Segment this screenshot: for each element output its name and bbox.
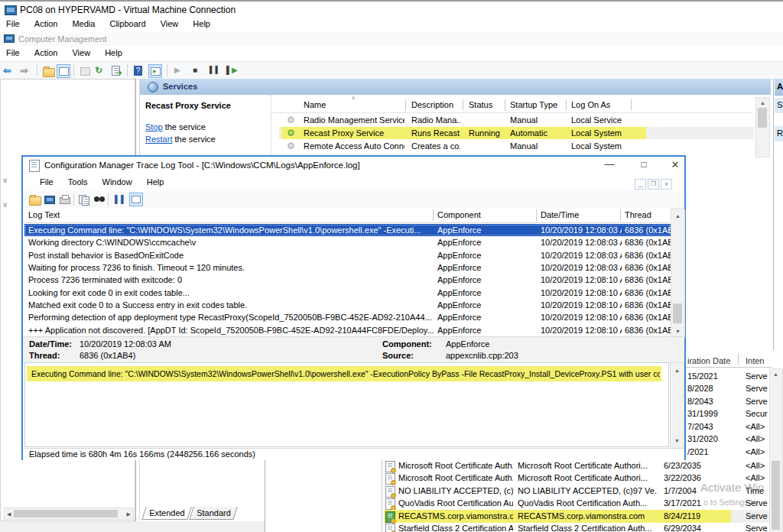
log-row[interactable]: Post install behavior is BasedOnExitCode… bbox=[24, 249, 671, 261]
log-row-selected[interactable]: Executing Command line: "C:\WINDOWS\Syst… bbox=[24, 224, 671, 236]
trace-menu-file[interactable]: File bbox=[34, 175, 60, 189]
vm-menu-file[interactable]: File bbox=[0, 17, 26, 31]
mdi-minimize-button[interactable]: _ bbox=[635, 179, 646, 190]
detail-src-label: Source: bbox=[382, 351, 414, 360]
cert-partial-exp-6: /2021 bbox=[687, 447, 730, 456]
properties-button[interactable] bbox=[78, 64, 92, 78]
log-row[interactable]: Working directory C:\WINDOWS\ccmcache\vA… bbox=[24, 236, 671, 248]
detail-scrollbar[interactable]: ▲ ▼ bbox=[670, 362, 684, 449]
find-button[interactable] bbox=[93, 193, 106, 206]
help-button[interactable]: ? bbox=[132, 64, 145, 78]
copy-button[interactable] bbox=[77, 193, 91, 206]
cert-scrollbar[interactable]: ▲ bbox=[769, 368, 783, 532]
log-scrollbar[interactable]: ▲ ▼ bbox=[671, 209, 685, 338]
services-icon bbox=[148, 82, 158, 92]
trace-menu-tools[interactable]: Tools bbox=[62, 175, 94, 189]
trace-menu-help[interactable]: Help bbox=[141, 175, 171, 189]
export-list-button[interactable]: ➔ bbox=[110, 64, 124, 78]
log-row[interactable]: Waiting for process 7236 to finish. Time… bbox=[24, 261, 671, 274]
service-row-radio[interactable]: ⚙ Radio Management Service Radio Mana...… bbox=[271, 114, 753, 126]
actions-pane-header: A bbox=[775, 79, 783, 96]
vm-menu-view[interactable]: View bbox=[154, 17, 185, 31]
mdi-restore-button[interactable]: ❐ bbox=[648, 179, 659, 190]
actions-section1-label: S bbox=[777, 100, 782, 109]
maximize-button[interactable]: □ bbox=[632, 159, 655, 170]
start-service-button[interactable]: ▶ bbox=[174, 66, 180, 74]
log-row[interactable]: +++ Application not discovered. [AppDT I… bbox=[24, 324, 671, 336]
restart-service-link[interactable]: Restart bbox=[145, 135, 172, 144]
cert-row-msroot-1[interactable]: Microsoft Root Certificate Auth... Micro… bbox=[384, 460, 770, 472]
cert-partial-exp-1: 8/2028 bbox=[687, 384, 730, 393]
actions-header-label: A bbox=[777, 82, 783, 91]
refresh-icon[interactable]: ↻ bbox=[95, 65, 102, 76]
cm-menu-action[interactable]: Action bbox=[28, 46, 64, 60]
actions-section-recast[interactable]: R bbox=[775, 126, 783, 141]
cert-partial-exp-4: 7/2043 bbox=[687, 422, 730, 431]
show-console-tree-button[interactable] bbox=[57, 64, 70, 78]
trace-window-title: Configuration Manager Trace Log Tool - [… bbox=[44, 161, 572, 170]
vm-menu-media[interactable]: Media bbox=[66, 17, 101, 31]
selected-service-name: Recast Proxy Service bbox=[145, 101, 268, 110]
col-name[interactable]: Name bbox=[304, 100, 326, 109]
cm-menu-help[interactable]: Help bbox=[99, 46, 128, 60]
cert-col-intended[interactable]: Inten bbox=[746, 356, 772, 365]
tab-standard[interactable]: Standard bbox=[189, 507, 238, 520]
pause-service-button[interactable]: ▌▌ bbox=[210, 66, 221, 73]
up-folder-button[interactable] bbox=[41, 64, 55, 78]
trace-menu-window[interactable]: Window bbox=[96, 175, 138, 189]
open-file-button[interactable] bbox=[28, 193, 41, 206]
log-row[interactable]: Performing detection of app deployment t… bbox=[24, 311, 671, 323]
cm-menu-view[interactable]: View bbox=[66, 46, 96, 60]
cert-row-starfield[interactable]: Starfield Class 2 Certification A... Sta… bbox=[384, 523, 770, 532]
close-button[interactable]: ✕ bbox=[667, 159, 684, 170]
print-button[interactable] bbox=[58, 193, 72, 206]
detail-dt-label: Date/Time: bbox=[29, 339, 72, 349]
vm-menu-help[interactable]: Help bbox=[187, 17, 216, 31]
mdi-close-button[interactable]: x bbox=[661, 179, 672, 190]
services-scrollbar[interactable]: ▲ bbox=[755, 97, 770, 157]
cm-window-icon bbox=[4, 34, 15, 43]
services-panel-title: Services bbox=[163, 82, 197, 91]
forward-button[interactable]: ⇒ bbox=[20, 65, 28, 76]
cert-partial-exp-2: 8/2043 bbox=[687, 397, 730, 406]
cert-row-recastms[interactable]: RECASTMS.corp.viamonstra.com RECASTMS.co… bbox=[384, 511, 770, 523]
cm-menu-file[interactable]: File bbox=[0, 46, 26, 60]
stop-service-button[interactable]: ■ bbox=[193, 66, 197, 74]
cm-menubar: File Action View Help bbox=[0, 46, 783, 61]
log-row[interactable]: Process 7236 terminated with exitcode: 0… bbox=[24, 274, 671, 286]
col-log-text[interactable]: Log Text bbox=[28, 210, 60, 219]
service-row-remote-access[interactable]: ⚙ Remote Access Auto Conne... Creates a … bbox=[271, 140, 753, 152]
activate-windows-watermark: Activate Win bbox=[700, 481, 783, 494]
col-description[interactable]: Description bbox=[411, 100, 453, 109]
tree-expander-hidden-1[interactable]: ∨ bbox=[2, 176, 8, 184]
restart-service-button[interactable]: ▌▶ bbox=[226, 66, 238, 74]
vm-menu-clipboard[interactable]: Clipboard bbox=[103, 17, 151, 31]
show-detail-pane-button[interactable] bbox=[129, 193, 143, 206]
actions-section2-label: R bbox=[777, 128, 783, 138]
log-row[interactable]: Looking for exit code 0 in exit codes ta… bbox=[24, 287, 671, 299]
col-startup-type[interactable]: Startup Type bbox=[510, 100, 557, 109]
tab-extended[interactable]: Extended bbox=[141, 507, 192, 520]
stop-service-link[interactable]: Stop bbox=[145, 122, 163, 131]
vm-window-title: PC08 on HYPERVAMD - Virtual Machine Conn… bbox=[20, 5, 236, 15]
cert-col-expiration[interactable]: iration Date bbox=[687, 356, 741, 365]
tree-h-scrollbar[interactable]: ◀ ▶ bbox=[4, 508, 134, 520]
col-log-on-as[interactable]: Log On As bbox=[571, 100, 610, 109]
detail-message: Executing Command line: "C:\WINDOWS\Syst… bbox=[31, 366, 660, 381]
service-row-recast[interactable]: ⚙ Recast Proxy Service Runs Recast... Ru… bbox=[271, 127, 753, 139]
col-datetime[interactable]: Date/Time bbox=[541, 210, 579, 219]
tree-expander-hidden-2[interactable]: ∨ bbox=[2, 200, 8, 209]
cert-partial-int-2: Serve bbox=[746, 397, 772, 406]
col-thread[interactable]: Thread bbox=[625, 210, 651, 219]
open-remote-button[interactable] bbox=[43, 193, 57, 206]
detail-message-pane[interactable]: Executing Command line: "C:\WINDOWS\Syst… bbox=[24, 362, 669, 447]
back-button[interactable]: ⇐ bbox=[3, 65, 11, 76]
vm-menu-action[interactable]: Action bbox=[28, 17, 64, 31]
minimize-button[interactable]: — bbox=[598, 158, 621, 170]
col-component[interactable]: Component bbox=[437, 210, 481, 219]
show-hide-action-pane-button[interactable]: ▶ bbox=[148, 64, 162, 78]
log-row[interactable]: Matched exit code 0 to a Success entry i… bbox=[24, 299, 671, 311]
col-status[interactable]: Status bbox=[469, 100, 492, 109]
pause-log-button[interactable]: ▌▌ bbox=[112, 193, 126, 206]
actions-section-services[interactable]: S bbox=[775, 98, 783, 113]
